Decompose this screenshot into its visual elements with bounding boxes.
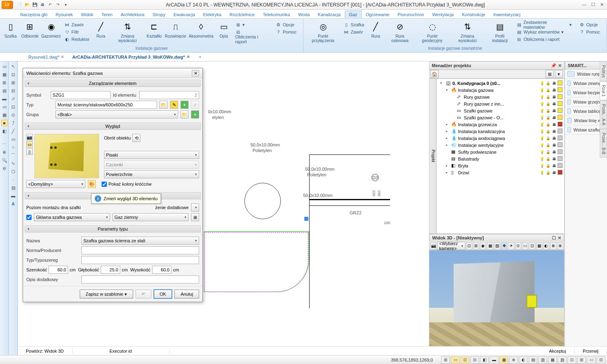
v3d-tool[interactable]: ◐ (543, 242, 549, 250)
tool-icon[interactable]: ○ (10, 144, 17, 150)
ribbon-btn-rura[interactable]: ╱Rura (92, 19, 110, 39)
tree-row[interactable]: ▭Szafki gazowe💡🔒🖶 (437, 107, 563, 114)
cancel-button[interactable]: Anuluj (174, 290, 199, 298)
qat-redo-icon[interactable]: ↷ (55, 2, 61, 8)
tool-icon[interactable]: ⬀ (10, 95, 17, 102)
ribbon-btn-odbiornik[interactable]: ⊞Odbiornik (20, 19, 40, 39)
ribbon-btn-pomoc[interactable]: ?Pomoc (274, 28, 298, 36)
ribbon-btn-filtr[interactable]: ▽Filtr (63, 28, 91, 36)
view-tab[interactable]: Przek... A-A (600, 100, 607, 129)
ribbon-btn-gazomierz[interactable]: ◉Gazomierz (40, 19, 62, 39)
ribbon-tab[interactable]: Widok (77, 11, 98, 18)
appearance-3d-button[interactable]: 🎨 (88, 180, 96, 188)
tool-icon[interactable]: ▭ (10, 136, 17, 142)
norm-input[interactable] (81, 246, 199, 254)
ribbon-btn-opcje[interactable]: ⚙Opcje (274, 21, 298, 28)
ribbon-tab[interactable]: Rysunek (51, 11, 77, 18)
ribbon-btn-zawor-ext[interactable]: ⋈Zawór (342, 28, 366, 36)
ribbon-btn-obliczenia[interactable]: Obliczenia i raport (233, 36, 270, 43)
sb-icon[interactable]: ⊞ (441, 356, 450, 364)
ribbon-btn-small[interactable]: ⊞▾ (233, 21, 270, 28)
tree-row[interactable]: ▸💧Instalacja kanalizacyjna💡🔒🖶 (437, 128, 563, 135)
sb-icon[interactable]: ▦ (499, 356, 508, 364)
sb-icon[interactable]: ⊞ (577, 356, 586, 364)
sb-icon[interactable]: ⊡ (461, 356, 469, 364)
tree-row[interactable]: ▾🏢0. Kondygnacja 0 (±0...💡🔒🖶 (437, 80, 563, 87)
file-tab-active[interactable]: ArCADia-ARCHITEKTURA Przykład 3_WoKOWe.d… (68, 53, 194, 61)
ribbon-btn-zawor[interactable]: ⋈Zawór (63, 21, 91, 28)
tree-row[interactable]: ▸💧Instalacja wodociągowa💡🔒🖶 (437, 135, 563, 142)
camera-tab-icon[interactable]: 📷 (26, 134, 33, 140)
ribbon-tab[interactable]: Kanalizacja (314, 11, 344, 18)
ribbon-tab[interactable]: Ogrzewanie (362, 11, 394, 18)
section-header[interactable]: ▾Zarządzanie elementem (25, 80, 201, 87)
v3d-tool[interactable]: ◉ (480, 242, 486, 250)
tool-icon-selected[interactable]: ■ (1, 120, 8, 126)
typo-input[interactable] (81, 256, 199, 264)
tool-icon[interactable]: 🔍 (1, 157, 8, 163)
tool-icon[interactable]: ▦ (1, 71, 8, 78)
tool-icon[interactable]: ⋯ (1, 141, 8, 147)
v3d-tool-active[interactable]: ✥ (501, 242, 507, 250)
qat-save-icon[interactable]: 💾 (32, 2, 38, 8)
tool-icon[interactable]: ▬ (1, 95, 8, 102)
main-cabinet-select[interactable]: Główna szafka gazowa (34, 213, 110, 221)
sb-icon[interactable]: ▤ (528, 356, 537, 364)
tool-text-icon[interactable]: A (10, 201, 17, 207)
project-tree[interactable]: ▾🏢0. Kondygnacja 0 (±0...💡🔒🖶▾🔥Instalacja… (436, 78, 565, 234)
ribbon-tab[interactable]: Stropy (149, 11, 170, 18)
ribbon-tab-gaz[interactable]: Gaz (345, 11, 362, 18)
ribbon-tab[interactable]: Woda (294, 11, 314, 18)
maximize-icon[interactable]: ☐ (552, 235, 556, 241)
panel-tool-icon[interactable]: ▾ (555, 70, 563, 78)
tool-icon[interactable]: ╱ (10, 128, 17, 134)
maximize-button[interactable]: ☐ (591, 2, 595, 7)
save-template-button[interactable]: Zapisz w szablonie ▾ (80, 290, 133, 298)
ribbon-btn-zmiana-wys[interactable]: ⇅Zmiana wysokości (110, 19, 144, 44)
ribbon-tab[interactable]: Narzędzia głó (16, 11, 51, 18)
ribbon-btn-oblicz2[interactable]: ⊟Obliczenia i raport (515, 36, 573, 43)
panel-tool-icon[interactable]: 🏠 (431, 70, 439, 78)
sb-icon[interactable]: ▦ (548, 356, 557, 364)
tool-icon[interactable]: ⊖ (1, 165, 8, 171)
tool-icon[interactable]: ▭ (1, 63, 8, 70)
section-header[interactable]: ▾Parametry typu (25, 225, 201, 233)
ribbon-btn-rura-osl[interactable]: ⊘Rura osłonowa (385, 19, 414, 44)
height-input[interactable] (152, 266, 172, 274)
ribbon-btn-szafka-ext[interactable]: ▯Szafka (342, 21, 366, 28)
qat-print-icon[interactable]: 🖶 (39, 2, 46, 8)
type-edit-button[interactable]: ✎ (170, 101, 178, 109)
tool-icon[interactable]: ▨ (10, 184, 17, 191)
ribbon-btn-opcje2[interactable]: ⚙Opcje (577, 21, 602, 28)
tool-icon[interactable]: ⬡ (10, 168, 17, 175)
group-browse-button[interactable]: 📁 (180, 110, 189, 119)
gas-type-button[interactable]: ⊞ (191, 213, 199, 221)
file-tab[interactable]: Rysunek1.dwg*✕ (24, 53, 68, 61)
ribbon-btn-zmiana-wys2[interactable]: ⇅Zmiana wysokości (450, 19, 485, 44)
pin-icon[interactable]: 📌 (551, 63, 556, 68)
tool-icon[interactable]: ⊙ (10, 112, 17, 118)
tree-row[interactable]: ▸◧Bryła💡🔒🖶 (437, 162, 563, 169)
rotate-button[interactable]: ⟲ (132, 134, 140, 142)
tool-icon[interactable]: ⊕ (1, 149, 8, 155)
panel-tool-icon[interactable]: ⊞ (545, 70, 554, 78)
view-tab[interactable]: Przek... B-B (600, 129, 607, 158)
show-colors-checkbox[interactable]: Pokaż kolory króćców (102, 182, 151, 187)
sb-icon[interactable]: ▭ (451, 356, 460, 364)
ribbon-tab[interactable]: Wentylacja (428, 11, 458, 18)
ribbon-btn-opis[interactable]: ▭Opis (215, 19, 233, 39)
extra-desc-input[interactable] (81, 275, 199, 284)
v3d-tool[interactable]: ▦ (487, 242, 493, 250)
tool-icon[interactable]: ⊞ (1, 79, 8, 86)
v3d-tool[interactable]: ⊗ (550, 242, 556, 250)
repeat-command[interactable]: Powtórz: Widok 3D (18, 349, 72, 353)
v3d-tool[interactable]: ⊡ (466, 242, 472, 250)
section-header[interactable]: ▾Wygląd (25, 123, 201, 130)
ribbon-btn-aksonometria[interactable]: ◊Aksonometria (188, 19, 214, 39)
tool-icon[interactable]: ↖ (10, 63, 17, 70)
tree-row[interactable]: ⬀Rury gazowe💡🔒🖶 (437, 93, 563, 100)
tool-icon[interactable]: ◧ (1, 128, 8, 134)
tree-row[interactable]: ⬀Rury gazowe z inn...💡🔒🖶 (437, 100, 563, 107)
v3d-tool[interactable]: ⊕ (557, 242, 563, 250)
tree-row[interactable]: ▦Sufity podwieszane💡🔒🖶 (437, 148, 563, 155)
